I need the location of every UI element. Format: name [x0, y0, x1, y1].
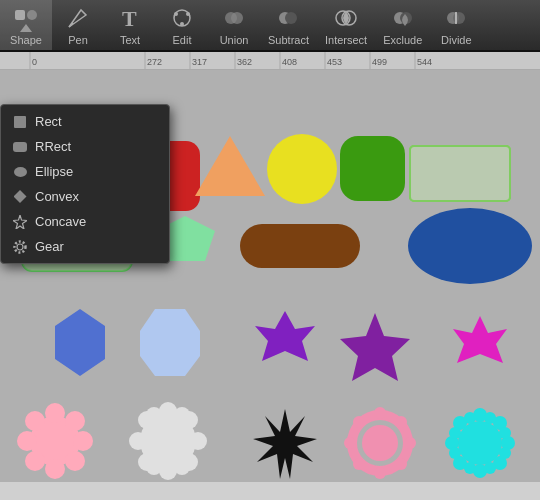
- exclude-icon: [389, 4, 417, 32]
- dropdown-gear[interactable]: Gear: [1, 234, 169, 259]
- svg-point-74: [174, 459, 190, 475]
- dropdown-ellipse[interactable]: Ellipse: [1, 159, 169, 184]
- divide-label: Divide: [441, 34, 472, 46]
- svg-marker-2: [20, 24, 32, 32]
- edit-icon: [168, 4, 196, 32]
- svg-point-99: [449, 427, 461, 439]
- svg-point-100: [499, 427, 511, 439]
- divide-icon: [442, 4, 470, 32]
- text-label: Text: [120, 34, 140, 46]
- svg-point-84: [395, 458, 407, 470]
- svg-point-66: [189, 432, 207, 450]
- rect-icon: [13, 115, 27, 129]
- svg-point-77: [374, 407, 386, 419]
- svg-text:T: T: [122, 6, 137, 30]
- svg-point-58: [25, 411, 45, 431]
- svg-point-12: [285, 12, 297, 24]
- svg-point-57: [73, 431, 93, 451]
- gear-icon: [13, 240, 27, 254]
- svg-point-56: [17, 431, 37, 451]
- svg-point-83: [353, 458, 365, 470]
- svg-point-98: [484, 462, 496, 474]
- svg-point-63: [159, 402, 177, 420]
- dropdown-ellipse-label: Ellipse: [35, 164, 73, 179]
- svg-point-71: [146, 407, 162, 423]
- text-icon: T: [116, 4, 144, 32]
- svg-marker-103: [13, 215, 27, 229]
- intersect-label: Intersect: [325, 34, 367, 46]
- svg-marker-75: [253, 409, 317, 479]
- dropdown-rect-label: Rect: [35, 114, 62, 129]
- toolbar-divide[interactable]: Divide: [430, 0, 482, 50]
- svg-marker-49: [140, 309, 200, 376]
- svg-point-47: [408, 208, 532, 284]
- toolbar: Shape Pen T Text Edit: [0, 0, 540, 52]
- svg-point-104: [17, 244, 23, 250]
- svg-rect-42: [410, 146, 510, 201]
- dropdown-concave-label: Concave: [35, 214, 86, 229]
- dropdown-gear-label: Gear: [35, 239, 64, 254]
- svg-marker-51: [340, 313, 410, 381]
- svg-point-95: [464, 412, 476, 424]
- svg-point-1: [27, 10, 37, 20]
- svg-point-85: [362, 425, 398, 461]
- edit-label: Edit: [173, 34, 192, 46]
- dropdown-concave[interactable]: Concave: [1, 209, 169, 234]
- convex-icon: [13, 190, 27, 204]
- svg-point-96: [484, 412, 496, 424]
- svg-point-60: [25, 451, 45, 471]
- svg-point-18: [453, 12, 465, 24]
- svg-marker-50: [255, 311, 315, 361]
- svg-point-97: [464, 462, 476, 474]
- shape-label: Shape: [10, 34, 42, 46]
- svg-rect-0: [15, 10, 25, 20]
- svg-point-39: [267, 134, 337, 204]
- svg-point-80: [404, 437, 416, 449]
- svg-point-59: [65, 411, 85, 431]
- svg-point-8: [180, 22, 184, 26]
- toolbar-intersect[interactable]: Intersect: [317, 0, 375, 50]
- canvas-area: 0 272 317 362 408 453 499 544: [0, 52, 540, 482]
- svg-rect-46: [240, 224, 360, 268]
- dropdown-convex-label: Convex: [35, 189, 79, 204]
- shape-icon: [12, 4, 40, 32]
- svg-point-79: [344, 437, 356, 449]
- dropdown-rrect[interactable]: RRect: [1, 134, 169, 159]
- svg-point-61: [65, 451, 85, 471]
- subtract-icon: [274, 4, 302, 32]
- ellipse-icon: [13, 165, 27, 179]
- pen-icon: [64, 4, 92, 32]
- shape-dropdown: Rect RRect Ellipse Convex: [0, 104, 170, 264]
- svg-point-54: [45, 403, 65, 423]
- union-label: Union: [220, 34, 249, 46]
- svg-marker-52: [453, 316, 507, 363]
- svg-point-101: [449, 447, 461, 459]
- toolbar-exclude[interactable]: Exclude: [375, 0, 430, 50]
- toolbar-edit[interactable]: Edit: [156, 0, 208, 50]
- dropdown-rrect-label: RRect: [35, 139, 71, 154]
- dropdown-rect[interactable]: Rect: [1, 109, 169, 134]
- svg-point-73: [146, 459, 162, 475]
- union-icon: [220, 4, 248, 32]
- pen-label: Pen: [68, 34, 88, 46]
- intersect-icon: [332, 4, 360, 32]
- dropdown-convex[interactable]: Convex: [1, 184, 169, 209]
- svg-point-10: [231, 12, 243, 24]
- toolbar-pen[interactable]: Pen: [52, 0, 104, 50]
- toolbar-text[interactable]: T Text: [104, 0, 156, 50]
- svg-point-6: [174, 12, 178, 16]
- svg-point-55: [45, 459, 65, 479]
- svg-point-72: [174, 407, 190, 423]
- svg-point-78: [374, 467, 386, 479]
- svg-point-64: [159, 462, 177, 480]
- toolbar-subtract[interactable]: Subtract: [260, 0, 317, 50]
- svg-rect-40: [340, 136, 405, 201]
- svg-point-105: [15, 241, 26, 252]
- exclude-label: Exclude: [383, 34, 422, 46]
- concave-icon: [13, 215, 27, 229]
- toolbar-union[interactable]: Union: [208, 0, 260, 50]
- svg-point-81: [353, 416, 365, 428]
- toolbar-shape[interactable]: Shape: [0, 0, 52, 50]
- svg-point-65: [129, 432, 147, 450]
- subtract-label: Subtract: [268, 34, 309, 46]
